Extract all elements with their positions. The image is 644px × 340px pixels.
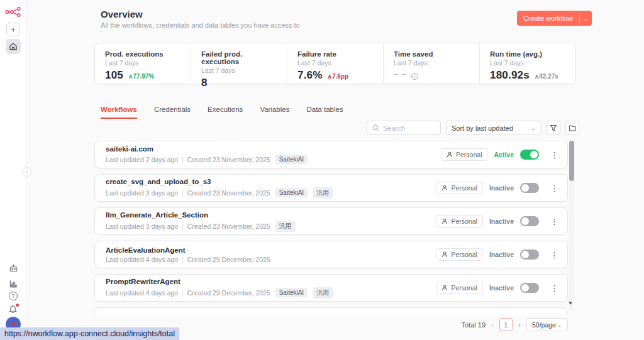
person-icon bbox=[441, 285, 448, 291]
workflow-row-saiteki-ai[interactable]: saiteki-ai.com Last updated 2 days ago |… bbox=[94, 141, 568, 168]
active-toggle[interactable] bbox=[520, 150, 539, 160]
stat-value: – – bbox=[394, 69, 406, 79]
list-toolbar: Sort by last updated ⌄ bbox=[94, 121, 579, 135]
toggle-knob bbox=[521, 217, 529, 225]
active-toggle[interactable] bbox=[520, 250, 539, 260]
chevron-down-icon: ⌄ bbox=[583, 15, 588, 22]
page-number-button[interactable]: 1 bbox=[499, 318, 513, 331]
workflow-row-article-evaluation[interactable]: ArticleEvaluationAgent Last updated 4 da… bbox=[94, 241, 568, 268]
sort-select[interactable]: Sort by last updated ⌄ bbox=[446, 121, 541, 135]
active-toggle[interactable] bbox=[520, 183, 539, 193]
pagination-total: Total 19 bbox=[461, 321, 486, 329]
workflow-list: saiteki-ai.com Last updated 2 days ago |… bbox=[94, 141, 568, 315]
next-page-icon[interactable]: › bbox=[518, 321, 521, 329]
owner-badge: Personal bbox=[436, 282, 482, 294]
stat-failure-rate: Failure rate Last 7 days 7.6% ∧7.6pp bbox=[287, 43, 383, 84]
kebab-menu-icon[interactable]: ⋮ bbox=[550, 217, 557, 226]
tab-workflows[interactable]: Workflows bbox=[101, 106, 137, 119]
page-title: Overview bbox=[101, 9, 300, 19]
meta-separator: | bbox=[182, 189, 184, 197]
tab-executions[interactable]: Executions bbox=[208, 106, 243, 119]
scroll-down-icon[interactable]: ▼ bbox=[568, 300, 573, 306]
workflow-name: llm_Generate_Article_Section bbox=[106, 211, 296, 219]
folder-icon bbox=[569, 124, 576, 132]
page-subtitle: All the workflows, credentials and data … bbox=[101, 21, 300, 29]
trend-up-icon: ∧ bbox=[328, 73, 332, 80]
workflow-row-create-svg[interactable]: create_svg_and_upload_to_s3 Last updated… bbox=[94, 174, 568, 202]
workflow-tag[interactable]: 汎用 bbox=[313, 187, 333, 199]
scrollbar-thumb[interactable] bbox=[569, 141, 574, 181]
meta-separator: | bbox=[182, 222, 184, 230]
workflow-tag[interactable]: SaitekiAI bbox=[275, 288, 308, 297]
search-input[interactable] bbox=[383, 124, 433, 132]
sidebar-item-overview[interactable] bbox=[6, 39, 21, 54]
workflow-created: Created 23 November, 2025 bbox=[187, 189, 270, 197]
kebab-menu-icon[interactable]: ⋮ bbox=[550, 150, 557, 160]
stat-delta: ∧77.97% bbox=[128, 73, 154, 80]
owner-badge: Personal bbox=[436, 215, 482, 228]
list-scrollbar[interactable] bbox=[569, 140, 574, 310]
app-logo-icon bbox=[5, 6, 21, 18]
workflow-created: Created 23 November, 2025 bbox=[187, 156, 270, 163]
page-size-select[interactable]: 50/page ⌄ bbox=[526, 318, 568, 331]
workflow-updated: Last updated 4 days ago bbox=[106, 256, 178, 263]
workflow-row-prompt-rewriter[interactable]: PromptRewriterAgent Last updated 4 days … bbox=[94, 274, 568, 302]
tab-data-tables[interactable]: Data tables bbox=[306, 106, 343, 119]
status-label: Inactive bbox=[489, 251, 514, 258]
info-icon[interactable]: i bbox=[411, 73, 418, 80]
active-toggle[interactable] bbox=[520, 283, 539, 293]
chevron-down-icon: ⌄ bbox=[557, 321, 562, 328]
sidebar-collapse-handle[interactable]: › bbox=[22, 167, 31, 177]
toggle-knob bbox=[521, 284, 529, 292]
create-workflow-dropdown-button[interactable]: ⌄ bbox=[580, 11, 592, 26]
meta-separator: | bbox=[182, 156, 184, 163]
workflow-tag[interactable]: SaitekiAI bbox=[275, 188, 308, 197]
status-url: https://nworkflow.app-connect.cloud/insi… bbox=[4, 329, 175, 338]
workflow-tag[interactable]: 汎用 bbox=[275, 221, 296, 232]
sidebar-item-templates[interactable] bbox=[8, 263, 18, 273]
kebab-menu-icon[interactable]: ⋮ bbox=[550, 184, 557, 193]
tab-credentials[interactable]: Credentials bbox=[154, 106, 191, 119]
workflow-name: ArticleEvaluationAgent bbox=[106, 246, 270, 254]
tab-variables[interactable]: Variables bbox=[260, 106, 289, 119]
workflow-tag[interactable]: 汎用 bbox=[313, 287, 333, 299]
active-toggle[interactable] bbox=[520, 216, 539, 226]
toggle-knob bbox=[521, 184, 529, 192]
filter-icon bbox=[550, 124, 557, 132]
stat-failed-executions: Failed prod. executions Last 7 days 8 bbox=[191, 43, 287, 84]
prev-page-icon[interactable]: ‹ bbox=[491, 321, 494, 329]
create-workflow-button[interactable]: Create workflow bbox=[517, 11, 579, 26]
workflow-created: Created 29 December, 2025 bbox=[187, 289, 270, 297]
owner-badge: Personal bbox=[436, 182, 482, 194]
stats-bar: Prod. executions Last 7 days 105 ∧77.97%… bbox=[94, 43, 576, 84]
stat-value: 180.92s bbox=[490, 69, 530, 82]
search-icon bbox=[372, 124, 379, 131]
kebab-menu-icon[interactable]: ⋮ bbox=[550, 250, 557, 260]
sidebar-item-whats-new[interactable] bbox=[8, 304, 18, 314]
folders-button[interactable] bbox=[565, 121, 579, 135]
person-icon bbox=[447, 151, 453, 158]
notification-dot bbox=[16, 304, 19, 307]
owner-badge: Personal bbox=[441, 148, 487, 161]
filter-button[interactable] bbox=[547, 121, 560, 135]
meta-separator: | bbox=[182, 289, 184, 297]
status-label: Inactive bbox=[489, 184, 514, 192]
workflow-row-llm-generate[interactable]: llm_Generate_Article_Section Last update… bbox=[94, 207, 568, 235]
person-icon bbox=[441, 218, 448, 224]
stat-value: 8 bbox=[201, 77, 208, 89]
bar-chart-icon bbox=[9, 279, 18, 288]
sidebar-item-help[interactable]: ? bbox=[9, 292, 18, 300]
tab-bar: Workflows Credentials Executions Variabl… bbox=[101, 106, 343, 119]
chevron-down-icon: ⌄ bbox=[531, 124, 536, 131]
workflow-meta: Last updated 2 days ago | Created 23 Nov… bbox=[106, 155, 308, 164]
meta-separator: | bbox=[182, 256, 184, 263]
workflow-updated: Last updated 4 days ago bbox=[106, 289, 178, 297]
workflow-row-partial[interactable] bbox=[94, 307, 568, 315]
workflow-tag[interactable]: SaitekiAI bbox=[275, 155, 308, 164]
add-workflow-button[interactable]: + bbox=[6, 23, 20, 36]
workflow-name: PromptRewriterAgent bbox=[106, 278, 333, 285]
plus-icon: + bbox=[11, 25, 16, 35]
sidebar-item-insights[interactable] bbox=[8, 278, 18, 288]
search-box bbox=[367, 121, 441, 135]
kebab-menu-icon[interactable]: ⋮ bbox=[550, 283, 557, 293]
